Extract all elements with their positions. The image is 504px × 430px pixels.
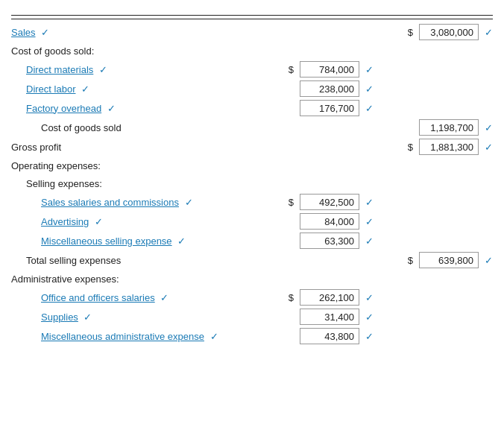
check-right-cogs-total: ✓ <box>485 122 493 133</box>
link-misc-admin[interactable]: Miscellaneous administrative expense <box>41 331 204 342</box>
mid-dollar-direct-materials: $ <box>289 64 294 75</box>
check-mid-office-salaries: ✓ <box>365 292 374 303</box>
mid-col-misc-selling: 63,300✓ <box>254 233 374 249</box>
right-amount-cogs-total[interactable]: 1,198,700 <box>419 119 479 136</box>
mid-amount-supplies[interactable]: 31,400 <box>300 309 359 325</box>
check-mid-supplies: ✓ <box>365 312 374 323</box>
mid-col-sales-salaries: $492,500✓ <box>254 194 374 210</box>
right-col-cogs-total: 1,198,700✓ <box>374 119 493 136</box>
link-factory-overhead[interactable]: Factory overhead <box>26 103 101 114</box>
mid-amount-direct-labor[interactable]: 238,000 <box>300 80 359 97</box>
check-right-gross-profit: ✓ <box>485 142 493 153</box>
row-supplies: Supplies ✓31,400✓ <box>11 307 493 326</box>
row-misc-admin: Miscellaneous administrative expense ✓43… <box>11 326 493 346</box>
right-col-sales: $3,080,000✓ <box>374 24 493 40</box>
check-right-sales: ✓ <box>485 27 493 38</box>
row-operating-header: Operating expenses: <box>11 156 493 174</box>
row-admin-header: Administrative expenses: <box>11 270 493 288</box>
mid-col-factory-overhead: 176,700✓ <box>254 100 374 116</box>
check-mid-factory-overhead: ✓ <box>365 103 374 114</box>
check-right-total-selling: ✓ <box>485 255 493 266</box>
label-cogs-total: Cost of goods sold <box>11 122 254 133</box>
mid-amount-factory-overhead[interactable]: 176,700 <box>300 100 359 116</box>
row-advertising: Advertising ✓84,000✓ <box>11 212 493 231</box>
row-misc-selling: Miscellaneous selling expense ✓63,300✓ <box>11 231 493 250</box>
mid-amount-advertising[interactable]: 84,000 <box>300 213 359 230</box>
link-sales-salaries[interactable]: Sales salaries and commissions <box>41 197 179 208</box>
right-amount-gross-profit[interactable]: 1,881,300 <box>419 139 479 155</box>
row-sales: Sales ✓$3,080,000✓ <box>11 22 493 42</box>
label-direct-labor[interactable]: Direct labor ✓ <box>11 83 254 95</box>
row-sales-salaries: Sales salaries and commissions ✓$492,500… <box>11 192 493 212</box>
label-cogs-header: Cost of goods sold: <box>11 45 254 57</box>
label-direct-materials[interactable]: Direct materials ✓ <box>11 64 254 75</box>
label-advertising[interactable]: Advertising ✓ <box>11 216 254 227</box>
label-sales[interactable]: Sales ✓ <box>11 27 254 38</box>
label-admin-header: Administrative expenses: <box>11 274 254 285</box>
link-supplies[interactable]: Supplies <box>41 312 78 323</box>
mid-col-office-salaries: $262,100✓ <box>254 289 374 306</box>
right-dollar-total-selling: $ <box>408 255 413 266</box>
label-total-selling: Total selling expenses <box>11 255 254 266</box>
link-office-salaries[interactable]: Office and officers salaries <box>41 292 155 303</box>
label-factory-overhead[interactable]: Factory overhead ✓ <box>11 103 254 114</box>
right-amount-total-selling[interactable]: 639,800 <box>419 252 479 268</box>
row-cogs-total: Cost of goods sold1,198,700✓ <box>11 118 493 137</box>
row-total-selling: Total selling expenses$639,800✓ <box>11 250 493 270</box>
check-mid-sales-salaries: ✓ <box>365 197 374 208</box>
link-direct-materials[interactable]: Direct materials <box>26 64 93 75</box>
header <box>11 15 493 16</box>
check-mid-misc-selling: ✓ <box>365 235 374 247</box>
check-mid-misc-admin: ✓ <box>365 331 374 342</box>
link-direct-labor[interactable]: Direct labor <box>26 83 75 95</box>
check-mid-direct-materials: ✓ <box>365 64 374 75</box>
row-direct-labor: Direct labor ✓238,000✓ <box>11 79 493 98</box>
mid-col-advertising: 84,000✓ <box>254 213 374 230</box>
right-dollar-sales: $ <box>408 27 413 38</box>
mid-col-direct-materials: $784,000✓ <box>254 61 374 78</box>
mid-amount-misc-admin[interactable]: 43,800 <box>300 328 359 344</box>
mid-col-misc-admin: 43,800✓ <box>254 328 374 344</box>
row-factory-overhead: Factory overhead ✓176,700✓ <box>11 98 493 118</box>
mid-dollar-sales-salaries: $ <box>289 197 294 208</box>
mid-dollar-office-salaries: $ <box>289 292 294 303</box>
row-office-salaries: Office and officers salaries ✓$262,100✓ <box>11 288 493 307</box>
check-mid-advertising: ✓ <box>365 216 374 227</box>
label-office-salaries[interactable]: Office and officers salaries ✓ <box>11 292 254 303</box>
link-advertising[interactable]: Advertising <box>41 216 89 227</box>
check-mid-direct-labor: ✓ <box>365 83 374 95</box>
link-misc-selling[interactable]: Miscellaneous selling expense <box>41 235 172 247</box>
mid-amount-office-salaries[interactable]: 262,100 <box>300 289 359 306</box>
row-gross-profit: Gross profit$1,881,300✓ <box>11 137 493 156</box>
right-amount-sales[interactable]: 3,080,000 <box>419 24 479 40</box>
label-supplies[interactable]: Supplies ✓ <box>11 312 254 323</box>
right-col-gross-profit: $1,881,300✓ <box>374 139 493 155</box>
row-selling-header: Selling expenses: <box>11 174 493 192</box>
label-sales-salaries[interactable]: Sales salaries and commissions ✓ <box>11 197 254 208</box>
row-cogs-header: Cost of goods sold: <box>11 42 493 60</box>
mid-amount-sales-salaries[interactable]: 492,500 <box>300 194 359 210</box>
mid-amount-direct-materials[interactable]: 784,000 <box>300 61 359 78</box>
mid-amount-misc-selling[interactable]: 63,300 <box>300 233 359 249</box>
mid-col-supplies: 31,400✓ <box>254 309 374 325</box>
link-sales[interactable]: Sales <box>11 27 36 38</box>
right-dollar-gross-profit: $ <box>408 142 413 153</box>
label-gross-profit: Gross profit <box>11 142 254 153</box>
row-direct-materials: Direct materials ✓$784,000✓ <box>11 60 493 79</box>
mid-col-direct-labor: 238,000✓ <box>254 80 374 97</box>
label-misc-selling[interactable]: Miscellaneous selling expense ✓ <box>11 235 254 247</box>
right-col-total-selling: $639,800✓ <box>374 252 493 268</box>
label-operating-header: Operating expenses: <box>11 160 254 171</box>
label-selling-header: Selling expenses: <box>11 178 254 189</box>
label-misc-admin[interactable]: Miscellaneous administrative expense ✓ <box>11 331 254 342</box>
